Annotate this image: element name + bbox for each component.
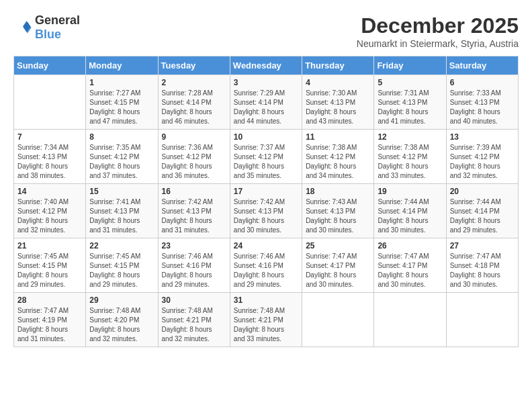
calendar-cell: 12Sunrise: 7:38 AM Sunset: 4:12 PM Dayli…: [374, 130, 446, 184]
day-info: Sunrise: 7:47 AM Sunset: 4:17 PM Dayligh…: [306, 252, 370, 289]
day-info: Sunrise: 7:43 AM Sunset: 4:13 PM Dayligh…: [306, 197, 370, 235]
day-number: 8: [89, 132, 154, 142]
day-info: Sunrise: 7:40 AM Sunset: 4:12 PM Dayligh…: [17, 197, 82, 235]
day-number: 22: [89, 241, 154, 250]
week-row-3: 21Sunrise: 7:45 AM Sunset: 4:15 PM Dayli…: [14, 238, 519, 293]
day-info: Sunrise: 7:42 AM Sunset: 4:13 PM Dayligh…: [162, 197, 226, 235]
calendar-cell: 16Sunrise: 7:42 AM Sunset: 4:13 PM Dayli…: [158, 184, 230, 238]
day-number: 2: [162, 78, 226, 87]
day-number: 6: [450, 78, 515, 87]
calendar-cell: 30Sunrise: 7:48 AM Sunset: 4:21 PM Dayli…: [158, 293, 230, 347]
day-info: Sunrise: 7:27 AM Sunset: 4:15 PM Dayligh…: [89, 89, 154, 126]
day-number: 25: [306, 241, 370, 250]
week-row-1: 7Sunrise: 7:34 AM Sunset: 4:13 PM Daylig…: [14, 130, 519, 184]
calendar-cell: 19Sunrise: 7:44 AM Sunset: 4:14 PM Dayli…: [374, 184, 446, 238]
calendar-cell: 20Sunrise: 7:44 AM Sunset: 4:14 PM Dayli…: [446, 184, 518, 238]
calendar-header: SundayMondayTuesdayWednesdayThursdayFrid…: [14, 56, 519, 75]
calendar-cell: 18Sunrise: 7:43 AM Sunset: 4:13 PM Dayli…: [302, 184, 374, 238]
location: Neumarkt in Steiermark, Styria, Austria: [357, 38, 519, 49]
day-info: Sunrise: 7:37 AM Sunset: 4:12 PM Dayligh…: [234, 143, 298, 181]
day-number: 30: [162, 295, 226, 305]
calendar-cell: 1Sunrise: 7:27 AM Sunset: 4:15 PM Daylig…: [86, 75, 158, 130]
day-number: 26: [378, 241, 442, 250]
day-info: Sunrise: 7:45 AM Sunset: 4:15 PM Dayligh…: [89, 252, 154, 289]
logo-text-blue: Blue: [35, 28, 61, 41]
day-info: Sunrise: 7:29 AM Sunset: 4:14 PM Dayligh…: [234, 89, 298, 126]
calendar-cell: 10Sunrise: 7:37 AM Sunset: 4:12 PM Dayli…: [230, 130, 302, 184]
logo: General Blue: [13, 13, 80, 42]
logo-icon: [13, 18, 32, 37]
week-row-2: 14Sunrise: 7:40 AM Sunset: 4:12 PM Dayli…: [14, 184, 519, 238]
calendar-cell: 24Sunrise: 7:46 AM Sunset: 4:16 PM Dayli…: [230, 238, 302, 293]
title-block: December 2025 Neumarkt in Steiermark, St…: [357, 13, 519, 49]
day-info: Sunrise: 7:47 AM Sunset: 4:17 PM Dayligh…: [378, 252, 442, 289]
calendar-cell: 4Sunrise: 7:30 AM Sunset: 4:13 PM Daylig…: [302, 75, 374, 130]
calendar-cell: 28Sunrise: 7:47 AM Sunset: 4:19 PM Dayli…: [14, 293, 86, 347]
header-row: SundayMondayTuesdayWednesdayThursdayFrid…: [14, 56, 519, 75]
day-number: 29: [89, 295, 154, 305]
calendar-cell: 13Sunrise: 7:39 AM Sunset: 4:12 PM Dayli…: [446, 130, 518, 184]
day-number: 19: [378, 187, 442, 196]
calendar-cell: [374, 293, 446, 347]
header-cell-saturday: Saturday: [446, 56, 518, 75]
day-info: Sunrise: 7:34 AM Sunset: 4:13 PM Dayligh…: [17, 143, 82, 181]
calendar-cell: 15Sunrise: 7:41 AM Sunset: 4:13 PM Dayli…: [86, 184, 158, 238]
calendar-cell: 6Sunrise: 7:33 AM Sunset: 4:13 PM Daylig…: [446, 75, 518, 130]
calendar-cell: [302, 293, 374, 347]
day-info: Sunrise: 7:33 AM Sunset: 4:13 PM Dayligh…: [450, 89, 515, 126]
day-number: 24: [234, 241, 298, 250]
day-number: 7: [17, 132, 82, 142]
header-cell-wednesday: Wednesday: [230, 56, 302, 75]
day-number: 15: [89, 187, 154, 196]
calendar-cell: 14Sunrise: 7:40 AM Sunset: 4:12 PM Dayli…: [14, 184, 86, 238]
day-info: Sunrise: 7:45 AM Sunset: 4:15 PM Dayligh…: [17, 252, 82, 289]
header-cell-thursday: Thursday: [302, 56, 374, 75]
day-number: 17: [234, 187, 298, 196]
day-number: 27: [450, 241, 515, 250]
calendar-cell: 22Sunrise: 7:45 AM Sunset: 4:15 PM Dayli…: [86, 238, 158, 293]
day-info: Sunrise: 7:47 AM Sunset: 4:19 PM Dayligh…: [17, 306, 82, 344]
calendar-cell: 5Sunrise: 7:31 AM Sunset: 4:13 PM Daylig…: [374, 75, 446, 130]
day-info: Sunrise: 7:48 AM Sunset: 4:20 PM Dayligh…: [89, 306, 154, 344]
day-info: Sunrise: 7:47 AM Sunset: 4:18 PM Dayligh…: [450, 252, 515, 289]
calendar-cell: 2Sunrise: 7:28 AM Sunset: 4:14 PM Daylig…: [158, 75, 230, 130]
day-number: 23: [162, 241, 226, 250]
day-number: 28: [17, 295, 82, 305]
day-number: 12: [378, 132, 442, 142]
calendar-cell: 11Sunrise: 7:38 AM Sunset: 4:12 PM Dayli…: [302, 130, 374, 184]
calendar-cell: 29Sunrise: 7:48 AM Sunset: 4:20 PM Dayli…: [86, 293, 158, 347]
calendar-cell: 26Sunrise: 7:47 AM Sunset: 4:17 PM Dayli…: [374, 238, 446, 293]
calendar-table: SundayMondayTuesdayWednesdayThursdayFrid…: [13, 56, 519, 347]
day-number: 14: [17, 187, 82, 196]
calendar-cell: 27Sunrise: 7:47 AM Sunset: 4:18 PM Dayli…: [446, 238, 518, 293]
header-cell-monday: Monday: [86, 56, 158, 75]
day-number: 3: [234, 78, 298, 87]
day-info: Sunrise: 7:42 AM Sunset: 4:13 PM Dayligh…: [234, 197, 298, 235]
day-info: Sunrise: 7:38 AM Sunset: 4:12 PM Dayligh…: [378, 143, 442, 181]
day-number: 18: [306, 187, 370, 196]
day-number: 20: [450, 187, 515, 196]
calendar-cell: 3Sunrise: 7:29 AM Sunset: 4:14 PM Daylig…: [230, 75, 302, 130]
month-year: December 2025: [357, 13, 519, 38]
day-info: Sunrise: 7:31 AM Sunset: 4:13 PM Dayligh…: [378, 89, 442, 126]
day-info: Sunrise: 7:44 AM Sunset: 4:14 PM Dayligh…: [378, 197, 442, 235]
day-number: 1: [89, 78, 154, 87]
day-number: 16: [162, 187, 226, 196]
day-info: Sunrise: 7:36 AM Sunset: 4:12 PM Dayligh…: [162, 143, 226, 181]
day-number: 21: [17, 241, 82, 250]
day-info: Sunrise: 7:46 AM Sunset: 4:16 PM Dayligh…: [234, 252, 298, 289]
day-info: Sunrise: 7:38 AM Sunset: 4:12 PM Dayligh…: [306, 143, 370, 181]
calendar-cell: 21Sunrise: 7:45 AM Sunset: 4:15 PM Dayli…: [14, 238, 86, 293]
day-info: Sunrise: 7:46 AM Sunset: 4:16 PM Dayligh…: [162, 252, 226, 289]
week-row-4: 28Sunrise: 7:47 AM Sunset: 4:19 PM Dayli…: [14, 293, 519, 347]
week-row-0: 1Sunrise: 7:27 AM Sunset: 4:15 PM Daylig…: [14, 75, 519, 130]
calendar-cell: 25Sunrise: 7:47 AM Sunset: 4:17 PM Dayli…: [302, 238, 374, 293]
day-info: Sunrise: 7:28 AM Sunset: 4:14 PM Dayligh…: [162, 89, 226, 126]
calendar-body: 1Sunrise: 7:27 AM Sunset: 4:15 PM Daylig…: [14, 75, 519, 347]
calendar-cell: 23Sunrise: 7:46 AM Sunset: 4:16 PM Dayli…: [158, 238, 230, 293]
day-number: 5: [378, 78, 442, 87]
day-number: 10: [234, 132, 298, 142]
calendar-cell: 17Sunrise: 7:42 AM Sunset: 4:13 PM Dayli…: [230, 184, 302, 238]
day-info: Sunrise: 7:44 AM Sunset: 4:14 PM Dayligh…: [450, 197, 515, 235]
page-header: General Blue December 2025 Neumarkt in S…: [13, 13, 519, 49]
